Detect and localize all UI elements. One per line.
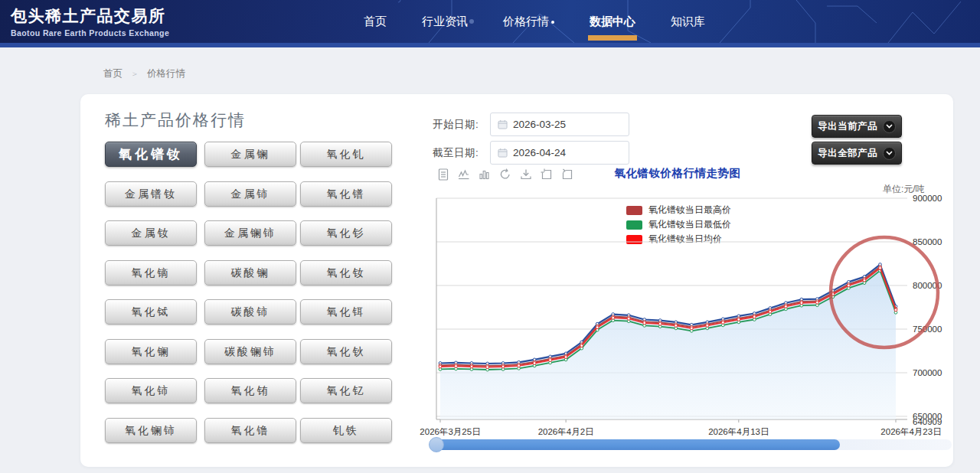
price-trend-chart: 9000008500008000007500007000006500006409…: [417, 191, 953, 440]
chart-scrollbar-fill[interactable]: [433, 439, 840, 450]
product-button-label: 氧化镧: [132, 345, 171, 359]
product-button-1[interactable]: 金属镧: [204, 142, 296, 167]
product-button-label: 金属镨钕: [125, 188, 177, 201]
chevron-down-icon: [883, 120, 896, 133]
chevron-down-icon: [883, 147, 896, 160]
data-point: [627, 317, 630, 320]
nav-item-4[interactable]: 知识库: [671, 15, 705, 29]
product-button-21[interactable]: 氧化镧铈: [105, 418, 197, 443]
product-button-22[interactable]: 氧化镥: [204, 418, 296, 443]
data-point: [564, 356, 567, 359]
product-button-15[interactable]: 氧化镧: [105, 339, 197, 364]
product-button-label: 钆铁: [333, 424, 359, 438]
product-button-label: 氧化镥: [231, 424, 270, 438]
start-date-input[interactable]: [490, 113, 629, 136]
zoom-box-icon[interactable]: [540, 168, 554, 181]
product-button-5[interactable]: 氧化镨: [300, 181, 392, 207]
refresh-icon[interactable]: [498, 168, 512, 181]
product-button-label: 氧化钬: [327, 345, 366, 359]
page: 包头稀土产品交易所 Baotou Rare Earth Products Exc…: [0, 0, 980, 473]
product-button-18[interactable]: 氧化铈: [105, 378, 197, 403]
product-button-10[interactable]: 碳酸镧: [204, 260, 296, 285]
product-button-3[interactable]: 金属镨钕: [105, 181, 197, 207]
product-button-12[interactable]: 氧化铽: [105, 299, 197, 325]
line-chart-icon[interactable]: [457, 168, 471, 181]
product-button-label: 氧化铽: [132, 305, 171, 319]
chart-scrollbar-handle[interactable]: [429, 437, 444, 452]
breadcrumb-separator: ＞: [130, 69, 139, 78]
nav-item-label: 知识库: [671, 15, 705, 28]
x-axis-label: 2026年4月2日: [538, 427, 594, 436]
data-point: [549, 359, 552, 362]
data-view-icon[interactable]: [436, 168, 450, 181]
product-button-16[interactable]: 碳酸镧铈: [204, 339, 296, 364]
product-button-11[interactable]: 氧化钕: [300, 260, 392, 285]
product-button-label: 金属镧: [231, 148, 270, 161]
data-point: [518, 364, 521, 367]
data-point: [690, 327, 693, 330]
bar-chart-icon[interactable]: [478, 168, 492, 181]
data-point: [580, 344, 583, 347]
product-button-7[interactable]: 金属镧铈: [204, 220, 296, 246]
product-button-2[interactable]: 氧化钆: [300, 142, 392, 167]
nav-item-label: 行业资讯: [422, 15, 468, 28]
logo[interactable]: 包头稀土产品交易所 Baotou Rare Earth Products Exc…: [11, 5, 169, 38]
data-point: [643, 321, 646, 325]
data-point: [816, 301, 819, 304]
area-fill: [440, 265, 896, 419]
download-icon[interactable]: [519, 168, 533, 181]
product-button-9[interactable]: 氧化镝: [105, 260, 197, 285]
nav-item-3[interactable]: 数据中心: [590, 15, 635, 29]
end-date-value[interactable]: [513, 147, 612, 158]
export-all-label: 导出全部产品: [818, 147, 877, 160]
product-button-label: 氧化铈: [132, 384, 171, 398]
breadcrumb: 首页 ＞ 价格行情: [103, 67, 185, 80]
nav-dropdown-dot: [551, 21, 554, 24]
breadcrumb-current: 价格行情: [147, 68, 185, 79]
product-button-0[interactable]: 氧化镨钕: [105, 142, 197, 167]
data-point: [470, 365, 473, 368]
export-all-button[interactable]: 导出全部产品: [812, 142, 902, 165]
product-button-label: 金属钕: [132, 227, 171, 240]
data-point: [800, 302, 803, 305]
y-axis-label: 850000: [913, 237, 942, 246]
data-point: [753, 315, 756, 318]
product-button-label: 氧化钇: [327, 384, 366, 398]
nav-item-1[interactable]: 行业资讯: [422, 15, 468, 29]
export-current-button[interactable]: 导出当前产品: [812, 115, 902, 138]
product-button-label: 氧化钕: [327, 266, 366, 280]
breadcrumb-home[interactable]: 首页: [103, 68, 122, 79]
product-button-4[interactable]: 金属铈: [204, 181, 296, 207]
y-axis-label: 700000: [913, 368, 942, 377]
data-point: [533, 362, 536, 365]
product-button-label: 金属铈: [231, 188, 270, 201]
end-date-label: 截至日期:: [433, 146, 479, 160]
product-button-6[interactable]: 金属钕: [105, 220, 197, 246]
product-button-14[interactable]: 氧化铒: [300, 299, 392, 325]
product-button-20[interactable]: 氧化钇: [300, 378, 392, 403]
logo-title: 包头稀土产品交易所: [11, 5, 169, 27]
end-date-input[interactable]: [490, 141, 629, 165]
nav-item-0[interactable]: 首页: [364, 15, 387, 29]
content-card: 稀土产品价格行情 氧化镨钕金属镧氧化钆金属镨钕金属铈氧化镨金属钕金属镧铈氧化钐氧…: [80, 94, 953, 467]
x-axis-label: 2026年3月25日: [420, 427, 480, 436]
active-nav-underline: [588, 35, 637, 41]
product-button-17[interactable]: 氧化钬: [300, 339, 392, 364]
data-point: [658, 322, 662, 325]
product-button-23[interactable]: 钆铁: [300, 418, 392, 443]
data-point: [737, 318, 740, 321]
header-accent-strip: [0, 43, 980, 47]
product-button-8[interactable]: 氧化钐: [300, 220, 392, 246]
product-button-label: 金属镧铈: [224, 227, 276, 240]
product-button-13[interactable]: 碳酸铈: [204, 299, 296, 325]
nav-item-2[interactable]: 价格行情: [503, 15, 554, 29]
product-button-19[interactable]: 氧化铕: [204, 378, 296, 403]
product-button-label: 碳酸镧: [231, 266, 270, 280]
data-point: [486, 366, 489, 369]
product-button-label: 氧化铒: [327, 305, 366, 319]
start-date-value[interactable]: [513, 119, 612, 130]
y-axis-min-label: 640909: [913, 417, 942, 426]
chart-title: 氧化镨钕价格行情走势图: [570, 166, 785, 181]
product-button-label: 氧化镧铈: [125, 424, 177, 438]
calendar-icon: [498, 119, 508, 129]
